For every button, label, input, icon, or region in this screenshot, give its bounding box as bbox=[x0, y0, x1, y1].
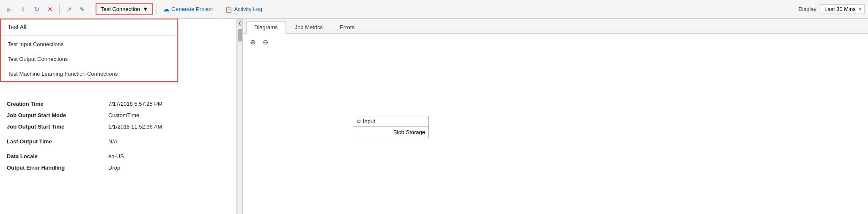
prop-value-output-start-time: 1/1/2018 11:52:36 AM bbox=[108, 123, 162, 130]
node-header-text: Input bbox=[363, 118, 375, 124]
generate-project-link[interactable]: ☁ Generate Project bbox=[160, 3, 215, 15]
dropdown-item-test-all[interactable]: Test All bbox=[1, 19, 177, 35]
prop-value-creation-time: 7/17/2018 5:57:25 PM bbox=[108, 101, 162, 107]
prop-row-error-handling: Output Error Handling Drop bbox=[7, 162, 230, 173]
generate-project-icon: ☁ bbox=[163, 5, 170, 13]
prop-row-output-start-time: Job Output Start Time 1/1/2018 11:52:36 … bbox=[7, 121, 230, 132]
prop-value-output-start-mode: CustomTime bbox=[108, 112, 139, 118]
prop-value-data-locale: en-US bbox=[108, 153, 124, 159]
left-panel: Test All Test Input Connections Test Out… bbox=[0, 19, 237, 214]
node-gear-icon: ⚙ bbox=[357, 118, 361, 124]
prop-row-last-output: Last Output Time N/A bbox=[7, 136, 230, 147]
prop-label-output-start-time: Job Output Start Time bbox=[7, 123, 108, 130]
open-external-button[interactable]: ↗ bbox=[63, 3, 75, 15]
diagram-area: ⊕ ⊖ ⚙ Input Blob Storage bbox=[243, 34, 868, 214]
prop-label-error-handling: Output Error Handling bbox=[7, 165, 108, 171]
display-select-wrapper: Last 30 Mins bbox=[821, 4, 865, 14]
zoom-in-button[interactable]: ⊕ bbox=[247, 36, 258, 47]
tab-diagrams[interactable]: Diagrams bbox=[246, 21, 286, 34]
splitter-arrow-left[interactable]: ❮ bbox=[238, 20, 242, 26]
diagram-toolbar: ⊕ ⊖ bbox=[243, 34, 868, 50]
close-button[interactable]: ✕ bbox=[44, 3, 56, 15]
node-body: Blob Storage bbox=[353, 126, 429, 138]
splitter[interactable]: ❮ bbox=[237, 19, 243, 214]
prop-value-error-handling: Drop bbox=[108, 165, 120, 171]
node-header: ⚙ Input bbox=[353, 116, 429, 126]
prop-row-creation-time: Creation Time 7/17/2018 5:57:25 PM bbox=[7, 98, 230, 110]
pause-button[interactable]: ⏸ bbox=[17, 3, 29, 15]
prop-label-last-output: Last Output Time bbox=[7, 138, 108, 145]
toolbar: ▶ ⏸ ↻ ✕ ↗ ✎ Test Connection ▼ ☁ Generate… bbox=[0, 0, 868, 19]
divider-4 bbox=[219, 4, 219, 14]
zoom-out-button[interactable]: ⊖ bbox=[260, 36, 271, 47]
tab-job-metrics[interactable]: Job Metrics bbox=[287, 21, 331, 33]
divider-2 bbox=[92, 4, 92, 14]
diagram-canvas: ⚙ Input Blob Storage bbox=[243, 50, 868, 212]
splitter-thumb bbox=[238, 29, 242, 41]
splitter-scrollbar bbox=[238, 27, 242, 214]
right-panel: Diagrams Job Metrics Errors ⊕ ⊖ ⚙ Input … bbox=[243, 19, 868, 214]
test-connection-arrow: ▼ bbox=[143, 6, 148, 12]
dropdown-item-test-output[interactable]: Test Output Connections bbox=[1, 52, 177, 66]
edit-button[interactable]: ✎ bbox=[77, 3, 88, 15]
prop-label-output-start-mode: Job Output Start Mode bbox=[7, 112, 108, 118]
prop-label-creation-time: Creation Time bbox=[7, 101, 108, 107]
refresh-button[interactable]: ↻ bbox=[30, 3, 42, 15]
tabs-bar: Diagrams Job Metrics Errors bbox=[243, 19, 868, 34]
dropdown-menu: Test All Test Input Connections Test Out… bbox=[0, 19, 178, 82]
activity-log-link[interactable]: 📋 Activity Log bbox=[222, 4, 264, 14]
display-select[interactable]: Last 30 Mins bbox=[821, 4, 865, 14]
activity-log-icon: 📋 bbox=[225, 6, 232, 13]
generate-project-label: Generate Project bbox=[171, 6, 213, 12]
display-label: Display bbox=[798, 6, 816, 12]
node-body-text: Blob Storage bbox=[393, 129, 425, 135]
activity-log-label: Activity Log bbox=[234, 6, 262, 12]
test-connection-button[interactable]: Test Connection ▼ bbox=[96, 3, 153, 15]
tab-errors[interactable]: Errors bbox=[332, 21, 363, 33]
properties-panel: Creation Time 7/17/2018 5:57:25 PM Job O… bbox=[0, 95, 236, 214]
dropdown-item-test-ml[interactable]: Test Machine Learning Function Connectio… bbox=[1, 66, 177, 81]
prop-label-data-locale: Data Locale bbox=[7, 153, 108, 159]
dropdown-separator bbox=[1, 36, 177, 36]
prop-row-output-start-mode: Job Output Start Mode CustomTime bbox=[7, 110, 230, 121]
main-content: Test All Test Input Connections Test Out… bbox=[0, 19, 868, 214]
diagram-node-input[interactable]: ⚙ Input Blob Storage bbox=[353, 116, 429, 138]
prop-value-last-output: N/A bbox=[108, 138, 118, 145]
divider-1 bbox=[59, 4, 60, 14]
test-connection-label: Test Connection bbox=[101, 6, 140, 12]
play-button[interactable]: ▶ bbox=[3, 3, 15, 15]
dropdown-item-test-input[interactable]: Test Input Connections bbox=[1, 37, 177, 52]
divider-3 bbox=[157, 4, 157, 14]
prop-row-data-locale: Data Locale en-US bbox=[7, 151, 230, 162]
